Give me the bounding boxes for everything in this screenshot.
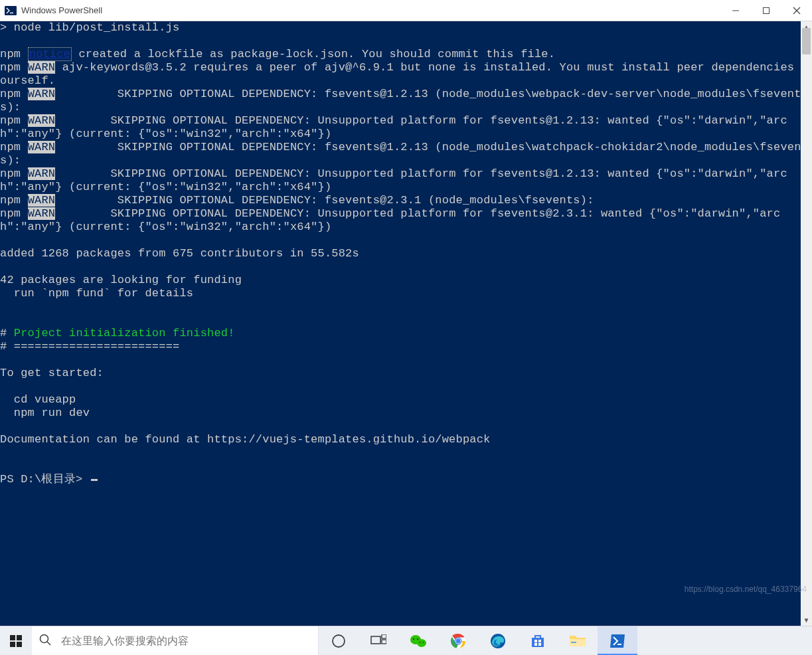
windows-logo-icon (10, 635, 22, 647)
svg-point-10 (41, 634, 48, 642)
scroll-thumb[interactable] (802, 28, 811, 54)
svg-rect-15 (382, 640, 386, 644)
scroll-down-arrow-icon[interactable]: ▼ (801, 614, 812, 626)
command-line: > node lib/post_install.js (0, 21, 812, 35)
svg-rect-27 (534, 640, 537, 642)
ps-prompt: PS D:\根目录> (0, 473, 90, 486)
window-titlebar: Windows PowerShell (0, 0, 812, 21)
npm-tag: npm (0, 194, 21, 207)
svg-line-4 (793, 7, 800, 14)
powershell-taskbar-icon[interactable] (598, 626, 637, 656)
powershell-title-icon (4, 4, 17, 17)
minimize-button[interactable] (720, 0, 751, 21)
warn-tag: WARN (28, 167, 56, 180)
task-view-icon[interactable] (359, 626, 398, 656)
chrome-icon[interactable] (438, 626, 478, 656)
taskbar-search[interactable] (32, 626, 319, 655)
windows-taskbar (0, 626, 812, 655)
search-input[interactable] (61, 635, 311, 647)
added-line: added 1268 packages from 675 contributor… (0, 247, 812, 260)
edge-icon[interactable] (478, 626, 518, 656)
svg-point-12 (333, 635, 345, 647)
store-icon[interactable] (518, 626, 558, 656)
svg-rect-7 (17, 635, 22, 640)
svg-rect-29 (534, 643, 537, 646)
svg-rect-6 (10, 635, 15, 640)
docs-line: Documentation can be found at https://vu… (0, 433, 812, 446)
hash-line: # ======================== (0, 340, 812, 353)
funding-line: run `npm fund` for details (0, 287, 812, 300)
vertical-scrollbar[interactable]: ▲ ▼ (801, 21, 812, 626)
svg-rect-8 (10, 642, 15, 647)
lockfile-msg: created a lockfile as package-lock.json.… (72, 48, 555, 60)
start-button[interactable] (0, 626, 32, 655)
cortana-icon[interactable] (319, 626, 359, 656)
warn-tag: WARN (28, 61, 56, 74)
get-started: To get started: (0, 367, 812, 380)
file-explorer-icon[interactable] (558, 626, 598, 656)
wechat-icon[interactable] (398, 626, 438, 656)
terminal-output[interactable]: > node lib/post_install.js npm notice cr… (0, 21, 812, 626)
close-button[interactable] (781, 0, 812, 21)
svg-line-11 (47, 642, 50, 645)
svg-rect-32 (571, 642, 576, 643)
ajv-msg: ajv-keywords@3.5.2 requires a peer of aj… (0, 61, 808, 87)
npm-tag: npm (0, 88, 21, 100)
warn-tag: WARN (28, 194, 56, 207)
svg-point-20 (420, 642, 421, 643)
notice-tag: notice (28, 47, 72, 61)
npm-tag: npm (0, 167, 21, 180)
npm-tag: npm (0, 61, 21, 74)
skip-msg: SKIPPING OPTIONAL DEPENDENCY: fsevents@1… (0, 141, 808, 167)
npm-tag: npm (0, 114, 21, 127)
project-init-msg: Project initialization finished! (14, 327, 235, 339)
watermark-text: https://blog.csdn.net/qq_46337964 (685, 585, 807, 594)
warn-tag: WARN (28, 88, 56, 100)
warn-tag: WARN (28, 114, 56, 127)
svg-rect-0 (5, 6, 17, 15)
cd-line: cd vueapp (0, 393, 812, 407)
skip-msg: SKIPPING OPTIONAL DEPENDENCY: fsevents@1… (0, 88, 801, 114)
svg-rect-14 (382, 634, 386, 638)
hash: # (0, 327, 14, 339)
svg-rect-3 (764, 7, 770, 13)
svg-point-25 (456, 638, 461, 643)
svg-rect-13 (371, 636, 380, 644)
skip-msg: (current: {"os":"win32","arch":"x64"}) (62, 221, 332, 233)
search-icon (39, 633, 52, 649)
warn-tag: WARN (28, 141, 56, 153)
window-title: Windows PowerShell (21, 5, 102, 15)
warn-tag: WARN (28, 207, 56, 220)
svg-point-18 (413, 638, 414, 639)
npm-tag: npm (0, 48, 21, 60)
svg-point-19 (417, 638, 418, 639)
svg-rect-9 (17, 642, 22, 647)
cursor (91, 479, 98, 481)
skip-msg: (current: {"os":"win32","arch":"x64"}) (62, 128, 332, 140)
svg-rect-28 (538, 640, 541, 642)
rundev-line: npm run dev (0, 407, 812, 420)
svg-line-5 (793, 7, 800, 14)
svg-rect-30 (538, 643, 541, 646)
skip-msg: (current: {"os":"win32","arch":"x64"}) (62, 181, 332, 193)
skip-msg: SKIPPING OPTIONAL DEPENDENCY: fsevents@2… (55, 194, 594, 207)
svg-point-21 (423, 642, 424, 643)
funding-line: 42 packages are looking for funding (0, 274, 812, 287)
npm-tag: npm (0, 141, 21, 153)
svg-point-17 (417, 639, 426, 647)
maximize-button[interactable] (751, 0, 781, 21)
npm-tag: npm (0, 207, 21, 220)
